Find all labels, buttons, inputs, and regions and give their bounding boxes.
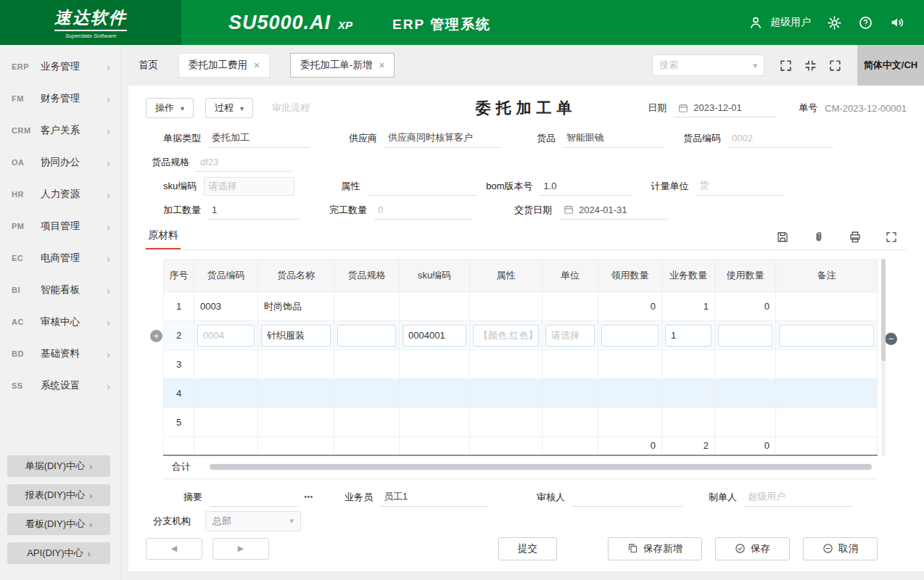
- diy-center-button-3[interactable]: API(DIY)中心›: [7, 542, 110, 564]
- search-input[interactable]: 搜索 ▾: [652, 54, 764, 76]
- tab-materials[interactable]: 原材料: [146, 229, 181, 249]
- remove-row-button[interactable]: −: [885, 333, 897, 345]
- sidebar-item-crm[interactable]: CRM客户关系›: [0, 115, 120, 146]
- cell[interactable]: [470, 350, 543, 379]
- prev-record-button[interactable]: ◀: [146, 538, 202, 560]
- unit-input[interactable]: 货: [696, 177, 783, 196]
- cell[interactable]: [776, 321, 878, 350]
- cell[interactable]: [662, 379, 715, 408]
- cell[interactable]: [715, 379, 776, 408]
- cell[interactable]: [715, 408, 776, 437]
- cell[interactable]: [715, 321, 776, 350]
- cell[interactable]: [194, 350, 258, 379]
- cell[interactable]: [194, 408, 258, 437]
- cell[interactable]: [543, 350, 598, 379]
- diy-center-button-2[interactable]: 看板(DIY)中心›: [7, 513, 110, 535]
- expand-grid-icon[interactable]: [885, 231, 898, 244]
- cell[interactable]: [598, 321, 662, 350]
- exit-fullscreen-icon[interactable]: [804, 59, 817, 72]
- sidebar-item-ac[interactable]: AC审核中心›: [0, 306, 120, 338]
- attachment-icon[interactable]: [812, 231, 825, 244]
- auditor-input[interactable]: [572, 488, 682, 507]
- cell[interactable]: [194, 379, 258, 408]
- sidebar-item-hr[interactable]: HR人力资源›: [0, 178, 120, 210]
- cell[interactable]: [334, 292, 400, 321]
- cell[interactable]: 时尚饰品: [258, 292, 334, 321]
- settings-gear-icon[interactable]: [827, 15, 842, 30]
- cell[interactable]: [470, 292, 543, 321]
- cell[interactable]: [334, 350, 400, 379]
- language-switcher[interactable]: 简体中文/CH: [857, 45, 924, 86]
- approval-flow-link[interactable]: 审批流程: [272, 102, 310, 115]
- cell[interactable]: [543, 292, 598, 321]
- cell[interactable]: 4: [164, 379, 194, 408]
- save-grid-icon[interactable]: [776, 231, 789, 244]
- cell[interactable]: [334, 408, 400, 437]
- tab-document-2[interactable]: 委托加工单-新增×: [290, 53, 395, 78]
- add-row-button[interactable]: +: [150, 330, 162, 342]
- cell[interactable]: 1: [164, 292, 194, 321]
- process-menu-button[interactable]: 过程 ▾: [205, 98, 253, 118]
- cell[interactable]: [776, 408, 878, 437]
- vertical-scrollbar-thumb[interactable]: [881, 259, 886, 361]
- vertical-scrollbar[interactable]: [881, 259, 886, 456]
- sku-select[interactable]: 请选择: [204, 177, 294, 196]
- close-icon[interactable]: ×: [254, 59, 260, 71]
- tab-document-1[interactable]: 委托加工费用×: [178, 53, 270, 78]
- help-icon[interactable]: [858, 15, 873, 30]
- cell[interactable]: 0003: [194, 292, 258, 321]
- material-row[interactable]: 5: [164, 408, 878, 437]
- cell[interactable]: [334, 379, 400, 408]
- cell[interactable]: [662, 408, 715, 437]
- sidebar-item-oa[interactable]: OA协同办公›: [0, 146, 120, 178]
- cell[interactable]: 0: [598, 292, 662, 321]
- cell[interactable]: 2: [164, 321, 194, 350]
- sidebar-item-pm[interactable]: PM项目管理›: [0, 210, 120, 242]
- cell[interactable]: [662, 350, 715, 379]
- attr-input[interactable]: [367, 177, 476, 196]
- salesman-input[interactable]: 员工1: [380, 488, 489, 507]
- tab-home[interactable]: 首页: [139, 53, 158, 78]
- delivery-date-input[interactable]: 2024-01-31: [559, 201, 667, 220]
- cell[interactable]: [334, 321, 400, 350]
- cell[interactable]: [470, 408, 543, 437]
- cell[interactable]: [776, 350, 878, 379]
- cell[interactable]: [598, 408, 662, 437]
- product-input[interactable]: 智能眼镜: [563, 129, 664, 148]
- cell[interactable]: 【颜色:红色】: [470, 321, 543, 350]
- cell[interactable]: 0: [715, 292, 776, 321]
- cell[interactable]: [258, 379, 334, 408]
- cell[interactable]: [400, 292, 470, 321]
- cell[interactable]: 0004: [194, 321, 258, 350]
- save-button[interactable]: 保存: [715, 537, 790, 560]
- maximize-window-icon[interactable]: [828, 59, 842, 72]
- horizontal-scrollbar[interactable]: [210, 464, 872, 470]
- cell[interactable]: 1: [662, 292, 715, 321]
- cell[interactable]: [543, 379, 598, 408]
- fullscreen-icon[interactable]: [779, 59, 793, 72]
- cell[interactable]: 1: [662, 321, 715, 350]
- diy-center-button-0[interactable]: 单据(DIY)中心›: [7, 455, 110, 477]
- cell[interactable]: [258, 350, 334, 379]
- order-type-input[interactable]: 委托加工: [208, 129, 310, 148]
- print-icon[interactable]: [849, 231, 862, 244]
- user-icon[interactable]: [748, 15, 763, 30]
- cell[interactable]: 0004001: [400, 321, 470, 350]
- submit-button[interactable]: 提交: [498, 537, 557, 560]
- cell[interactable]: 请选择: [543, 321, 598, 350]
- material-row[interactable]: 4: [164, 379, 878, 408]
- current-user[interactable]: 超级用户: [770, 16, 811, 29]
- operation-menu-button[interactable]: 操作 ▾: [146, 98, 194, 118]
- material-row[interactable]: 10003时尚饰品010: [164, 292, 878, 321]
- cell[interactable]: 5: [164, 408, 194, 437]
- cell[interactable]: [400, 350, 470, 379]
- sidebar-item-bd[interactable]: BD基础资料›: [0, 338, 120, 370]
- cell[interactable]: [400, 408, 470, 437]
- qty-input[interactable]: 1: [208, 201, 299, 220]
- sidebar-item-ss[interactable]: SS系统设置›: [0, 370, 120, 402]
- spec-input[interactable]: df23: [197, 153, 291, 172]
- product-code-input[interactable]: 0002: [728, 129, 833, 148]
- cell[interactable]: [598, 350, 662, 379]
- cell[interactable]: [598, 379, 662, 408]
- cell[interactable]: [715, 350, 776, 379]
